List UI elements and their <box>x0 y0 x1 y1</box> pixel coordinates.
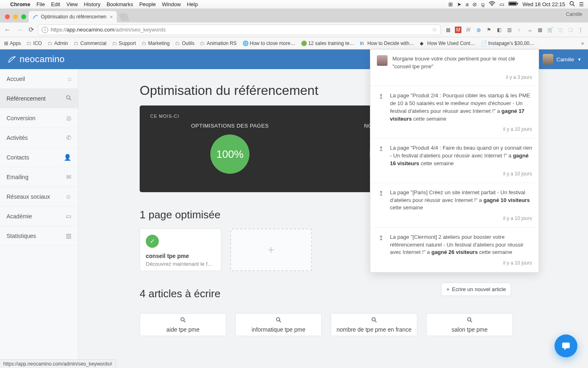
sidebar-item-statistiques[interactable]: Statistiques▥ <box>0 226 78 246</box>
sidebar-item-referencement[interactable]: Référencement <box>0 89 78 108</box>
article-card[interactable]: salon tpe pme <box>426 313 513 336</box>
menubar-notifications-icon[interactable]: ☰ <box>579 1 584 7</box>
bookmark-folder-support[interactable]: 🗀Support <box>112 40 136 46</box>
forward-button[interactable]: → <box>16 26 23 34</box>
bookmark-folder-marketing[interactable]: 🗀Marketing <box>142 40 170 46</box>
chrome-menu-button[interactable]: ⋮ <box>577 27 584 33</box>
search-icon <box>371 317 377 324</box>
site-info-icon[interactable]: i <box>42 27 48 33</box>
url-scheme: https:// <box>51 27 67 33</box>
notification-item[interactable]: Morgane trouve votre choix pertinent pou… <box>370 49 539 86</box>
menubar-window[interactable]: Window <box>162 1 180 7</box>
bookmark-folder-ico[interactable]: 🗀ICO <box>27 40 42 46</box>
mail-icon: ✉ <box>66 173 71 181</box>
tab-close-button[interactable]: × <box>110 14 113 20</box>
ext-icon-1[interactable]: ▦ <box>445 27 451 33</box>
brand-logo[interactable]: neocamino <box>7 54 65 65</box>
sidebar-item-conversion[interactable]: Conversion◎ <box>0 108 78 128</box>
bookmark-link-instapage[interactable]: 📄Instapage's $30,00… <box>481 40 535 46</box>
bookmark-apps[interactable]: ⊞Apps <box>4 40 21 46</box>
ext-icon-3[interactable]: /// <box>465 27 472 33</box>
article-card[interactable]: nombre de tpe pme en france <box>331 313 417 336</box>
menubar-airplay-icon[interactable]: ▭ <box>499 1 504 7</box>
extension-icons: ▦ M /// ◍ ⚑ ◧ ▥ r ☁ ▦ 🛒 ◫ ❏ ⋮ <box>445 27 584 33</box>
menubar-script-icon[interactable]: a <box>466 1 468 7</box>
notification-item[interactable]: ↥ La page "[Paris] Créez un site interne… <box>370 183 539 228</box>
sidebar: Accueil⌂ Référencement Conversion◎ Activ… <box>0 69 78 368</box>
menubar-app-name[interactable]: Chrome <box>10 1 30 7</box>
article-card[interactable]: informatique tpe pme <box>235 313 322 336</box>
window-minimize-button[interactable] <box>13 14 18 19</box>
window-close-button[interactable] <box>5 14 10 19</box>
menubar-view[interactable]: View <box>66 1 78 7</box>
sidebar-item-label: Conversion <box>7 115 36 121</box>
menubar-people[interactable]: People <box>139 1 156 7</box>
notification-text-post: cette semaine <box>412 116 446 122</box>
ext-icon-8[interactable]: r <box>516 27 523 33</box>
menubar-spotlight-icon[interactable] <box>569 1 575 8</box>
svg-rect-2 <box>517 3 518 4</box>
back-button[interactable]: ← <box>4 26 11 34</box>
bookmark-link-decide[interactable]: inHow to Decide with… <box>360 40 414 46</box>
menubar-file[interactable]: File <box>36 1 45 7</box>
bookmark-star-icon[interactable]: ☆ <box>432 27 437 33</box>
browser-profile-name[interactable]: Camille <box>566 11 582 17</box>
notification-item[interactable]: ↥ La page "[Clermont] 2 ateliers pour bo… <box>370 228 539 272</box>
user-menu[interactable]: Camille ▼ <box>536 49 588 69</box>
svg-line-11 <box>184 321 185 322</box>
ext-icon-6[interactable]: ◧ <box>496 27 502 33</box>
menubar-edit[interactable]: Edit <box>51 1 60 7</box>
bookmark-folder-admin[interactable]: 🗀Admin <box>48 40 68 46</box>
menubar-bookmarks[interactable]: Bookmarks <box>107 1 133 7</box>
browser-tab[interactable]: Optimisation du référencemen × <box>29 11 117 22</box>
search-icon <box>180 317 186 324</box>
sidebar-item-emailing[interactable]: Emailing✉ <box>0 167 78 187</box>
intercom-chat-button[interactable] <box>555 334 577 357</box>
svg-point-0 <box>492 5 492 6</box>
ext-icon-13[interactable]: ❏ <box>567 27 574 33</box>
menubar-battery-icon[interactable] <box>508 1 518 7</box>
notification-item[interactable]: ↥ La page "Produit 4/4 : Faire du beau q… <box>370 139 539 183</box>
ext-icon-12[interactable]: ◫ <box>557 27 564 33</box>
bookmark-link-close[interactable]: 🌐How to close more… <box>243 40 295 46</box>
new-tab-button[interactable] <box>119 13 130 21</box>
menubar-clock[interactable]: Wed 18 Oct 22:15 <box>522 1 565 7</box>
ext-icon-9[interactable]: ☁ <box>526 27 533 33</box>
notification-item[interactable]: ↥ La page "Produit 2/4 : Pourquoi cibler… <box>370 86 539 139</box>
sidebar-item-academie[interactable]: Académie▭ <box>0 206 78 226</box>
menubar-history[interactable]: History <box>84 1 100 7</box>
arrow-up-icon: ↥ <box>377 93 385 133</box>
reload-button[interactable]: ⟳ <box>29 26 34 34</box>
ext-icon-2[interactable]: M <box>455 27 461 33</box>
sidebar-item-contacts[interactable]: Contacts👤 <box>0 148 78 167</box>
window-zoom-button[interactable] <box>21 14 26 19</box>
bookmark-folder-animation[interactable]: 🗀Animation RS <box>200 40 236 46</box>
bookmark-link-cont[interactable]: ◆How We Used Cont… <box>420 40 475 46</box>
ext-icon-10[interactable]: ▦ <box>537 27 543 33</box>
menubar-dropbox-icon[interactable]: ⊞ <box>448 1 453 7</box>
keyword-subtitle: Découvrez maintenant le fut… <box>146 261 215 267</box>
bookmark-folder-commercial[interactable]: 🗀Commercial <box>74 40 107 46</box>
ext-icon-7[interactable]: ▥ <box>506 27 512 33</box>
address-bar[interactable]: i https:// app.neocamino.com /admin/seo_… <box>38 25 441 35</box>
keyword-card[interactable]: ✓ conseil tpe pme Découvrez maintenant l… <box>140 229 221 271</box>
bookmark-link-sales[interactable]: 🟢12 sales training te… <box>301 40 354 46</box>
menubar-dnd-icon[interactable]: ⊘ <box>472 1 477 7</box>
url-path: /admin/seo_keywords <box>114 27 166 33</box>
ext-icon-4[interactable]: ◍ <box>475 27 482 33</box>
ext-icon-5[interactable]: ⚑ <box>486 27 492 33</box>
write-article-button[interactable]: + Ecrire un nouvel article <box>441 283 511 296</box>
sidebar-item-accueil[interactable]: Accueil⌂ <box>0 69 78 89</box>
menubar-sync-icon[interactable]: ➤ <box>457 1 461 7</box>
menubar-help[interactable]: Help <box>187 1 198 7</box>
article-card[interactable]: aide tpe pme <box>140 313 226 336</box>
sidebar-item-activites[interactable]: Activités✆ <box>0 128 78 148</box>
bookmarks-overflow-button[interactable]: » <box>581 40 584 46</box>
add-keyword-card[interactable]: + <box>230 229 312 271</box>
menubar-bluetooth-icon[interactable]: ⚼ <box>481 1 485 8</box>
ext-icon-11[interactable]: 🛒 <box>547 27 553 33</box>
sidebar-item-reseaux[interactable]: Réseaux sociaux☺ <box>0 187 78 206</box>
bookmark-folder-outils[interactable]: 🗀Outils <box>175 40 194 46</box>
folder-icon: 🗀 <box>175 40 180 46</box>
menubar-wifi-icon[interactable] <box>489 1 495 7</box>
